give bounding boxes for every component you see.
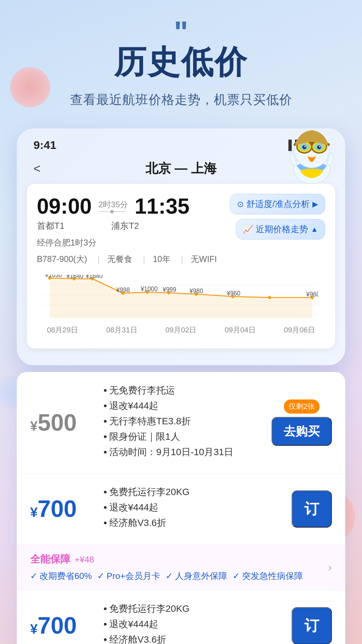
wifi: 无WIFI: [191, 254, 217, 264]
flight-times-block: 09:00 2时35分 11:35 首都T1 浦东T2 经停合肥1时3分 B78…: [37, 194, 222, 265]
price-col-700-2: ¥700: [30, 612, 97, 639]
arrive-airport: 浦东T2: [111, 220, 139, 232]
detail-refund-700-1: 退改¥444起: [104, 501, 285, 514]
svg-text:¥960: ¥960: [306, 290, 318, 298]
svg-text:¥980: ¥980: [189, 287, 203, 294]
flight-actions: ⊙ 舒适度/准点分析 ▶ 📈 近期价格走势 ▲: [230, 194, 325, 239]
depart-time: 09:00: [37, 194, 92, 219]
guarantee-item-2: 人身意外保障: [166, 570, 227, 582]
age: 10年: [153, 254, 171, 264]
comfort-analysis-button[interactable]: ⊙ 舒适度/准点分析 ▶: [230, 194, 325, 214]
duration-text: 2时35分: [99, 199, 128, 210]
stopover-info: 经停合肥1时3分: [37, 237, 222, 248]
guarantee-item-3: 突发急性病保障: [233, 570, 303, 582]
chart-x-labels: 08月29日 08月31日 09月02日 09月04日 09月06日: [44, 325, 318, 335]
price-col-700-1: ¥700: [30, 495, 97, 522]
guarantee-item-1: Pro+会员月卡: [97, 570, 160, 582]
svg-marker-14: [50, 278, 312, 318]
comfort-icon: ⊙: [237, 200, 244, 209]
guarantee-info: 全能保障 +¥48 改期费省60% Pro+会员月卡 人身意外保障 突发急性病保…: [30, 552, 303, 582]
book-button-700-2[interactable]: 订: [292, 607, 332, 644]
status-time: 9:41: [34, 139, 56, 152]
flight-times: 09:00 2时35分 11:35: [37, 194, 222, 219]
svg-text:¥1640: ¥1640: [66, 275, 83, 279]
duck-mascot: [278, 118, 352, 192]
price-col-500: ¥500: [30, 409, 97, 436]
detail-no-luggage: 无免费行李托运: [104, 384, 265, 397]
chart-label-4: 09月06日: [284, 325, 315, 335]
price-trend-button[interactable]: 📈 近期价格走势 ▲: [236, 219, 325, 239]
detail-activity-time: 活动时间：9月10日-10月31日: [104, 446, 265, 459]
flight-details-row: B787-900(大) | 无餐食 | 10年 | 无WIFI: [37, 254, 222, 265]
book-button-700-1[interactable]: 订: [292, 490, 332, 528]
quote-mark: ": [0, 20, 362, 44]
chart-label-0: 08月29日: [47, 325, 78, 335]
flight-card: 09:00 2时35分 11:35 首都T1 浦东T2 经停合肥1时3分 B78…: [27, 184, 335, 348]
phone-card: 9:41 ▐▐▐ 📶 ▮ < 北京 — 上海 09:00 2时35分 11:35: [17, 128, 345, 365]
price-700-1: ¥700: [30, 495, 97, 522]
duration-line: [99, 211, 125, 212]
back-button[interactable]: <: [34, 162, 41, 176]
trend-icon: 📈: [243, 225, 253, 234]
detail-luggage-700-2: 免费托运行李20KG: [104, 602, 285, 615]
stopover-text: 经停合肥1时3分: [37, 238, 97, 247]
detail-luggage-700-1: 免费托运行李20KG: [104, 486, 285, 498]
ticket-section: ¥500 无免费行李托运 退改¥444起 无行李特惠TE3.8折 限身份证｜限1…: [17, 372, 345, 644]
svg-text:¥998: ¥998: [116, 286, 130, 293]
price-500: ¥500: [30, 409, 97, 436]
details-col-700-1: 免费托运行李20KG 退改¥444起 经济舱V3.6折: [97, 486, 292, 532]
detail-class-700-1: 经济舱V3.6折: [104, 517, 285, 529]
svg-point-9: [319, 146, 320, 147]
comfort-arrow: ▶: [312, 200, 318, 209]
duration-block: 2时35分: [99, 199, 128, 213]
svg-text:¥1000: ¥1000: [140, 285, 158, 292]
chart-label-1: 08月31日: [106, 325, 137, 335]
price-trend-label: 近期价格走势: [256, 223, 308, 235]
guarantee-title: 全能保障: [30, 553, 70, 565]
depart-airport: 首都T1: [37, 220, 64, 232]
detail-id-limit: 限身份证｜限1人: [104, 430, 265, 443]
arrive-time: 11:35: [135, 194, 190, 219]
svg-text:¥1640: ¥1640: [85, 275, 103, 279]
ticket-row-700-1: ¥700 免费托运行李20KG 退改¥444起 经济舱V3.6折 订: [17, 474, 345, 544]
svg-point-6: [302, 145, 306, 149]
guarantee-items: 改期费省60% Pro+会员月卡 人身意外保障 突发急性病保障: [30, 570, 303, 582]
detail-class-700-2: 经济舱V3.6折: [104, 633, 285, 644]
buy-col-500: 仅剩2张 去购买: [272, 399, 332, 446]
buy-button-500[interactable]: 去购买: [272, 417, 332, 446]
details-col-700-2: 免费托运行李20KG 退改¥444起 经济舱V3.6折: [97, 602, 292, 644]
guarantee-item-0: 改期费省60%: [30, 570, 92, 582]
guarantee-price: +¥48: [74, 554, 94, 565]
airport-row: 首都T1 浦东T2: [37, 220, 222, 232]
price-chart-container: ¥1630 ¥1640 ¥1640 ¥998 ¥1000 ¥999 ¥980 ¥…: [37, 268, 325, 338]
header-section: " 历史低价 查看最近航班价格走势，机票只买低价: [0, 0, 362, 118]
svg-point-7: [317, 145, 321, 149]
price-700-2: ¥700: [30, 612, 97, 639]
subtitle: 查看最近航班价格走势，机票只买低价: [0, 91, 362, 108]
svg-text:¥1630: ¥1630: [45, 275, 62, 278]
badge-limited: 仅剩2张: [284, 399, 319, 414]
nav-title: 北京 — 上海: [145, 160, 216, 177]
ticket-row-500: ¥500 无免费行李托运 退改¥444起 无行李特惠TE3.8折 限身份证｜限1…: [17, 372, 345, 474]
chart-label-2: 09月02日: [166, 325, 197, 335]
trend-arrow: ▲: [311, 225, 318, 234]
guarantee-row[interactable]: 全能保障 +¥48 改期费省60% Pro+会员月卡 人身意外保障 突发急性病保…: [17, 544, 345, 590]
svg-text:¥960: ¥960: [227, 289, 240, 297]
price-chart-svg: ¥1630 ¥1640 ¥1640 ¥998 ¥1000 ¥999 ¥980 ¥…: [44, 275, 318, 322]
ticket-row-700-2: ¥700 免费托运行李20KG 退改¥444起 经济舱V3.6折 订: [17, 590, 345, 644]
svg-point-8: [304, 146, 306, 147]
comfort-label: 舒适度/准点分析: [246, 198, 310, 210]
flight-header: 09:00 2时35分 11:35 首都T1 浦东T2 经停合肥1时3分 B78…: [37, 194, 325, 265]
svg-text:¥999: ¥999: [162, 286, 176, 293]
chart-label-3: 09月04日: [225, 325, 256, 335]
guarantee-arrow[interactable]: ›: [328, 561, 332, 574]
details-col-500: 无免费行李托运 退改¥444起 无行李特惠TE3.8折 限身份证｜限1人 活动时…: [97, 384, 272, 461]
meal: 无餐食: [107, 254, 132, 264]
svg-point-23: [268, 296, 271, 299]
detail-special-te: 无行李特惠TE3.8折: [104, 415, 265, 428]
aircraft: B787-900(大): [37, 254, 87, 264]
detail-refund-500: 退改¥444起: [104, 399, 265, 412]
detail-refund-700-2: 退改¥444起: [104, 618, 285, 631]
